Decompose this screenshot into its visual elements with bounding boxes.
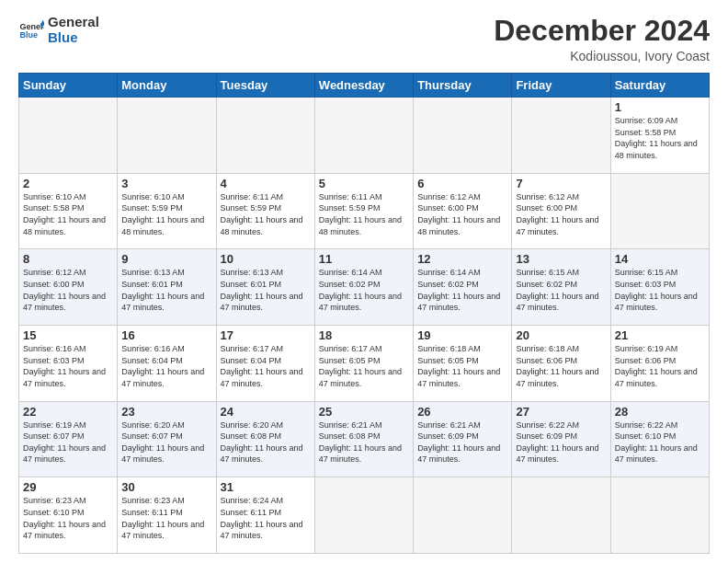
day-number: 18 — [319, 328, 409, 342]
calendar-day-empty — [512, 98, 610, 174]
calendar-day: 12Sunrise: 6:14 AMSunset: 6:02 PMDayligh… — [414, 249, 512, 326]
day-info: Sunrise: 6:13 AMSunset: 6:01 PMDaylight:… — [221, 267, 311, 313]
day-number: 31 — [221, 480, 311, 494]
calendar-day-empty — [414, 98, 512, 174]
day-number: 5 — [319, 177, 409, 190]
day-info: Sunrise: 6:10 AMSunset: 5:58 PMDaylight:… — [23, 191, 113, 237]
calendar-day: 31Sunrise: 6:24 AMSunset: 6:11 PMDayligh… — [216, 477, 314, 554]
day-info: Sunrise: 6:18 AMSunset: 6:05 PMDaylight:… — [417, 343, 507, 389]
day-info: Sunrise: 6:21 AMSunset: 6:09 PMDaylight:… — [417, 419, 507, 465]
day-info: Sunrise: 6:16 AMSunset: 6:04 PMDaylight:… — [121, 343, 211, 389]
day-info: Sunrise: 6:14 AMSunset: 6:02 PMDaylight:… — [417, 267, 507, 313]
day-number: 20 — [516, 328, 606, 342]
calendar-day: 16Sunrise: 6:16 AMSunset: 6:04 PMDayligh… — [118, 326, 216, 402]
calendar-day: 8Sunrise: 6:12 AMSunset: 6:00 PMDaylight… — [19, 249, 118, 326]
calendar-header-row: SundayMondayTuesdayWednesdayThursdayFrid… — [19, 74, 710, 98]
day-number: 3 — [121, 177, 211, 190]
calendar-day-header: Monday — [118, 74, 216, 98]
calendar-day: 13Sunrise: 6:15 AMSunset: 6:02 PMDayligh… — [512, 249, 610, 326]
calendar-body: 1Sunrise: 6:09 AMSunset: 5:58 PMDaylight… — [19, 98, 710, 554]
day-number: 24 — [221, 405, 311, 419]
day-number: 28 — [615, 405, 705, 419]
day-number: 30 — [121, 480, 211, 494]
calendar-week-row: 1Sunrise: 6:09 AMSunset: 5:58 PMDaylight… — [19, 98, 710, 174]
day-number: 2 — [23, 177, 113, 190]
svg-text:Blue: Blue — [19, 30, 38, 40]
day-number: 6 — [417, 177, 507, 190]
day-info: Sunrise: 6:13 AMSunset: 6:01 PMDaylight:… — [121, 267, 211, 313]
calendar-week-row: 29Sunrise: 6:23 AMSunset: 6:10 PMDayligh… — [19, 477, 710, 554]
calendar-week-row: 15Sunrise: 6:16 AMSunset: 6:03 PMDayligh… — [19, 326, 710, 402]
day-number: 23 — [121, 405, 211, 419]
day-info: Sunrise: 6:20 AMSunset: 6:08 PMDaylight:… — [221, 419, 311, 465]
calendar-day: 15Sunrise: 6:16 AMSunset: 6:03 PMDayligh… — [19, 326, 118, 402]
calendar-day: 29Sunrise: 6:23 AMSunset: 6:10 PMDayligh… — [19, 477, 118, 554]
calendar-day: 4Sunrise: 6:11 AMSunset: 5:59 PMDaylight… — [216, 173, 314, 249]
calendar-day: 3Sunrise: 6:10 AMSunset: 5:59 PMDaylight… — [118, 173, 216, 249]
day-info: Sunrise: 6:19 AMSunset: 6:07 PMDaylight:… — [23, 419, 113, 465]
calendar-day-header: Friday — [512, 74, 610, 98]
calendar-day-empty — [414, 477, 512, 554]
calendar-day: 28Sunrise: 6:22 AMSunset: 6:10 PMDayligh… — [610, 401, 709, 477]
calendar-day: 23Sunrise: 6:20 AMSunset: 6:07 PMDayligh… — [118, 401, 216, 477]
title-block: December 2024 Kodioussou, Ivory Coast — [494, 15, 710, 63]
day-info: Sunrise: 6:23 AMSunset: 6:10 PMDaylight:… — [23, 495, 113, 541]
calendar-day: 6Sunrise: 6:12 AMSunset: 6:00 PMDaylight… — [414, 173, 512, 249]
header: General Blue General Blue December 2024 … — [18, 15, 710, 63]
day-info: Sunrise: 6:24 AMSunset: 6:11 PMDaylight:… — [221, 495, 311, 541]
day-number: 17 — [221, 328, 311, 342]
day-info: Sunrise: 6:14 AMSunset: 6:02 PMDaylight:… — [319, 267, 409, 313]
day-info: Sunrise: 6:21 AMSunset: 6:08 PMDaylight:… — [319, 419, 409, 465]
day-info: Sunrise: 6:23 AMSunset: 6:11 PMDaylight:… — [121, 495, 211, 541]
day-info: Sunrise: 6:20 AMSunset: 6:07 PMDaylight:… — [121, 419, 211, 465]
calendar-day: 5Sunrise: 6:11 AMSunset: 5:59 PMDaylight… — [314, 173, 413, 249]
calendar-day-empty — [610, 173, 709, 249]
calendar-day: 22Sunrise: 6:19 AMSunset: 6:07 PMDayligh… — [19, 401, 118, 477]
day-info: Sunrise: 6:12 AMSunset: 6:00 PMDaylight:… — [417, 191, 507, 237]
day-info: Sunrise: 6:09 AMSunset: 5:58 PMDaylight:… — [615, 115, 705, 161]
day-info: Sunrise: 6:17 AMSunset: 6:05 PMDaylight:… — [319, 343, 409, 389]
calendar-day: 2Sunrise: 6:10 AMSunset: 5:58 PMDaylight… — [19, 173, 118, 249]
day-info: Sunrise: 6:11 AMSunset: 5:59 PMDaylight:… — [319, 191, 409, 237]
day-info: Sunrise: 6:18 AMSunset: 6:06 PMDaylight:… — [516, 343, 606, 389]
day-info: Sunrise: 6:19 AMSunset: 6:06 PMDaylight:… — [615, 343, 705, 389]
calendar-day: 19Sunrise: 6:18 AMSunset: 6:05 PMDayligh… — [414, 326, 512, 402]
day-number: 15 — [23, 328, 113, 342]
logo-icon: General Blue — [18, 17, 44, 43]
logo-general: General — [48, 15, 99, 30]
calendar-day: 11Sunrise: 6:14 AMSunset: 6:02 PMDayligh… — [314, 249, 413, 326]
day-number: 27 — [516, 405, 606, 419]
location: Kodioussou, Ivory Coast — [494, 49, 710, 63]
page: General Blue General Blue December 2024 … — [0, 0, 728, 563]
day-info: Sunrise: 6:17 AMSunset: 6:04 PMDaylight:… — [221, 343, 311, 389]
day-info: Sunrise: 6:22 AMSunset: 6:09 PMDaylight:… — [516, 419, 606, 465]
day-info: Sunrise: 6:15 AMSunset: 6:02 PMDaylight:… — [516, 267, 606, 313]
calendar-day-header: Thursday — [414, 74, 512, 98]
day-number: 29 — [23, 480, 113, 494]
day-number: 21 — [615, 328, 705, 342]
day-info: Sunrise: 6:15 AMSunset: 6:03 PMDaylight:… — [615, 267, 705, 313]
day-info: Sunrise: 6:12 AMSunset: 6:00 PMDaylight:… — [516, 191, 606, 237]
day-number: 14 — [615, 252, 705, 266]
month-title: December 2024 — [494, 15, 710, 47]
day-number: 9 — [121, 252, 211, 266]
calendar-day-empty — [610, 477, 709, 554]
calendar-day: 10Sunrise: 6:13 AMSunset: 6:01 PMDayligh… — [216, 249, 314, 326]
calendar-day: 18Sunrise: 6:17 AMSunset: 6:05 PMDayligh… — [314, 326, 413, 402]
day-number: 7 — [516, 177, 606, 190]
day-number: 16 — [121, 328, 211, 342]
day-number: 1 — [615, 100, 705, 114]
calendar-day: 30Sunrise: 6:23 AMSunset: 6:11 PMDayligh… — [118, 477, 216, 554]
day-number: 19 — [417, 328, 507, 342]
calendar-day: 24Sunrise: 6:20 AMSunset: 6:08 PMDayligh… — [216, 401, 314, 477]
calendar-day: 1Sunrise: 6:09 AMSunset: 5:58 PMDaylight… — [610, 98, 709, 174]
day-number: 13 — [516, 252, 606, 266]
calendar-day-header: Sunday — [19, 74, 118, 98]
calendar-day: 17Sunrise: 6:17 AMSunset: 6:04 PMDayligh… — [216, 326, 314, 402]
calendar-day-header: Wednesday — [314, 74, 413, 98]
calendar-week-row: 8Sunrise: 6:12 AMSunset: 6:00 PMDaylight… — [19, 249, 710, 326]
calendar-day: 9Sunrise: 6:13 AMSunset: 6:01 PMDaylight… — [118, 249, 216, 326]
calendar-day: 7Sunrise: 6:12 AMSunset: 6:00 PMDaylight… — [512, 173, 610, 249]
day-number: 12 — [417, 252, 507, 266]
day-info: Sunrise: 6:16 AMSunset: 6:03 PMDaylight:… — [23, 343, 113, 389]
